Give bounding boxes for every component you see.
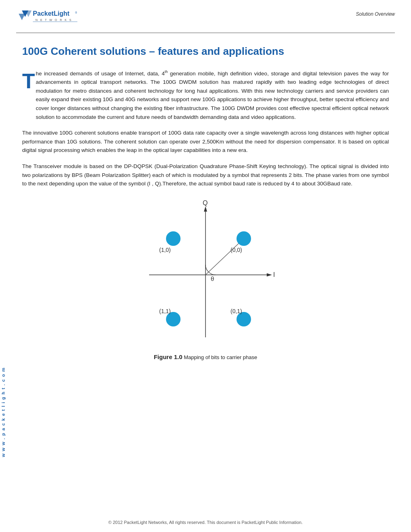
svg-marker-10	[267, 273, 272, 276]
svg-text:Q: Q	[203, 200, 208, 206]
svg-text:I: I	[273, 271, 275, 278]
svg-text:(0,1): (0,1)	[230, 308, 242, 314]
footer-text: © 2012 PacketLight Networks, All rights …	[108, 520, 303, 525]
figure-caption-description: Mapping of bits to carrier phase	[184, 354, 257, 360]
paragraph-1-text: he increased demands of usage of Interne…	[36, 69, 389, 121]
page-title: 100G Coherent solutions – features and a…	[22, 45, 389, 58]
svg-text:N E T W O R K S: N E T W O R K S	[35, 18, 72, 22]
footer: © 2012 PacketLight Networks, All rights …	[0, 520, 411, 525]
figure-label: Figure 1.0	[154, 353, 183, 360]
svg-line-14	[206, 239, 244, 275]
svg-text:PacketLight: PacketLight	[33, 10, 70, 17]
svg-text:θ: θ	[211, 275, 214, 282]
header: PacketLight ® N E T W O R K S Solution O…	[0, 0, 411, 29]
qpsk-diagram: Q I θ (1,0) (0,0) (1,1) (0,1)	[125, 200, 286, 349]
figure-caption: Figure 1.0 Mapping of bits to carrier ph…	[22, 353, 389, 360]
paragraph-1: T he increased demands of usage of Inter…	[22, 69, 389, 121]
drop-cap: T	[22, 71, 35, 91]
svg-text:(1,1): (1,1)	[159, 308, 171, 314]
svg-point-16	[237, 231, 251, 246]
company-logo: PacketLight ® N E T W O R K S	[16, 7, 81, 29]
svg-text:(0,0): (0,0)	[230, 247, 242, 253]
main-content: 100G Coherent solutions – features and a…	[0, 33, 411, 380]
section-label: Solution Overview	[356, 7, 395, 17]
paragraph-2: The innovative 100G coherent solutions e…	[22, 129, 389, 155]
side-watermark: w w w . p a c k e t l i g h t . c o m	[1, 367, 6, 457]
svg-point-15	[166, 231, 181, 246]
svg-text:®: ®	[75, 11, 77, 14]
svg-marker-9	[204, 206, 207, 212]
svg-marker-1	[19, 14, 25, 20]
svg-text:(1,0): (1,0)	[159, 247, 171, 253]
paragraph-3: The Transceiver module is based on the D…	[22, 162, 389, 188]
diagram-container: Q I θ (1,0) (0,0) (1,1) (0,1)	[22, 200, 389, 349]
logo-area: PacketLight ® N E T W O R K S	[16, 7, 81, 29]
